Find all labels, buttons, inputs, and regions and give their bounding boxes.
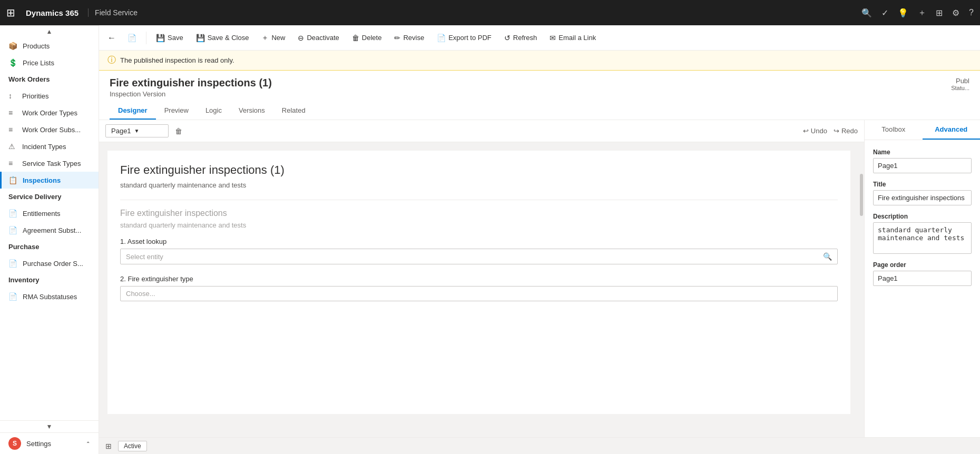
sidebar: ▲ 📦 Products 💲 Price Lists Work Orders ↕… [0, 25, 99, 454]
delete-page-icon[interactable]: 🗑 [173, 125, 184, 137]
redo-button[interactable]: ↪ Redo [834, 127, 858, 135]
sidebar-item-pricelists[interactable]: 💲 Price Lists [0, 54, 99, 71]
top-nav-right: 🔍 ✓ 💡 ＋ ⊞ ⚙ ? [861, 7, 974, 18]
refresh-button[interactable]: ↺ Refresh [499, 31, 543, 45]
priorities-icon: ↕ [8, 92, 17, 100]
settings-label: Settings [26, 440, 51, 448]
field-search-icon: 🔍 [823, 252, 832, 261]
prop-title-input[interactable] [873, 190, 972, 205]
sidebar-item-purchaseorders[interactable]: 📄 Purchase Order S... [0, 255, 99, 272]
published-label: Publ [951, 77, 969, 85]
page-select-label: Page1 [111, 127, 131, 135]
settings-chevron-icon: ⌃ [86, 441, 90, 447]
servicetasktypes-icon: ≡ [8, 159, 17, 167]
module-label: Field Service [88, 8, 138, 17]
field-fire-ext-type-input[interactable]: Choose... [120, 286, 838, 301]
sidebar-scroll-down[interactable]: ▼ [0, 420, 99, 432]
search-icon[interactable]: 🔍 [861, 8, 872, 18]
info-banner: ⓘ The published inspection is read only. [99, 51, 980, 71]
help-icon[interactable]: ? [969, 8, 974, 17]
canvas-inner[interactable]: Fire extinguisher inspections (1) standa… [99, 142, 859, 437]
filter-icon[interactable]: ⊞ [936, 8, 943, 18]
save-close-button[interactable]: 💾 Save & Close [191, 31, 254, 45]
tab-versions[interactable]: Versions [230, 102, 273, 120]
brand-label: Dynamics 365 [26, 8, 79, 17]
purchaseorders-icon: 📄 [8, 259, 17, 268]
sidebar-scroll-up[interactable]: ▲ [0, 25, 99, 37]
revise-button[interactable]: ✏ Revise [389, 31, 429, 45]
prop-page-order: Page order [873, 261, 972, 286]
sidebar-item-servicetasktypes[interactable]: ≡ Service Task Types [0, 155, 99, 172]
save-button[interactable]: 💾 Save [151, 31, 189, 45]
new-button[interactable]: ＋ New [256, 30, 290, 46]
refresh-label: Refresh [513, 34, 537, 42]
export-pdf-button[interactable]: 📄 Export to PDF [432, 31, 497, 45]
prop-name: Name [873, 149, 972, 173]
incidenttypes-icon: ⚠ [8, 142, 17, 151]
sidebar-item-label: RMA Substatuses [23, 293, 77, 301]
back-button[interactable]: ← [103, 30, 120, 46]
undo-icon: ↩ [803, 127, 809, 135]
email-link-label: Email a Link [558, 34, 596, 42]
sidebar-item-workordersubs[interactable]: ≡ Work Order Subs... [0, 121, 99, 138]
prop-page-order-input[interactable] [873, 271, 972, 286]
sidebar-item-agreementsubs[interactable]: 📄 Agreement Subst... [0, 222, 99, 239]
workorders-label: Work Orders [8, 75, 50, 83]
right-tab-toolbox[interactable]: Toolbox [865, 120, 923, 140]
content-area: ← 📄 💾 Save 💾 Save & Close ＋ New ⊖ Deacti… [99, 25, 980, 454]
field-asset-lookup-input[interactable]: Select entity 🔍 [120, 249, 838, 264]
settings-icon[interactable]: ⚙ [952, 8, 959, 18]
page-select-arrow-icon: ▼ [134, 128, 140, 134]
tab-logic[interactable]: Logic [197, 102, 230, 120]
export-pdf-label: Export to PDF [448, 34, 492, 42]
checkcircle-icon[interactable]: ✓ [881, 8, 888, 18]
prop-title: Title [873, 181, 972, 205]
main-layout: ▲ 📦 Products 💲 Price Lists Work Orders ↕… [0, 25, 980, 454]
tab-preview[interactable]: Preview [156, 102, 197, 120]
form-section-subdesc: standard quarterly maintenance and tests [120, 221, 838, 229]
email-link-icon: ✉ [550, 34, 556, 42]
tab-designer[interactable]: Designer [110, 102, 156, 120]
waffle-icon[interactable]: ⊞ [6, 6, 15, 19]
delete-button[interactable]: 🗑 Delete [347, 31, 387, 45]
entitlements-icon: 📄 [8, 209, 17, 218]
sidebar-item-rmasubstatuses[interactable]: 📄 RMA Substatuses [0, 288, 99, 305]
plus-icon[interactable]: ＋ [918, 7, 926, 18]
sidebar-item-workordertypes[interactable]: ≡ Work Order Types [0, 104, 99, 121]
expand-icon[interactable]: ⊞ [105, 442, 112, 450]
sidebar-item-products[interactable]: 📦 Products [0, 37, 99, 54]
record-subtitle: Inspection Version [110, 90, 969, 98]
deactivate-button[interactable]: ⊖ Deactivate [292, 31, 344, 45]
prop-description-input[interactable]: standard quarterly maintenance and tests [873, 222, 972, 254]
inventory-section-header[interactable]: Inventory [0, 272, 99, 288]
undo-button[interactable]: ↩ Undo [803, 127, 827, 135]
workordertypes-icon: ≡ [8, 108, 17, 117]
lightbulb-icon[interactable]: 💡 [898, 8, 908, 18]
purchase-section-header[interactable]: Purchase [0, 239, 99, 255]
status-badge[interactable]: Active [118, 441, 147, 451]
sidebar-item-incidenttypes[interactable]: ⚠ Incident Types [0, 138, 99, 155]
page-select-dropdown[interactable]: Page1 ▼ [105, 124, 169, 137]
prop-name-input[interactable] [873, 158, 972, 173]
workorders-section-header[interactable]: Work Orders [0, 71, 99, 87]
designer-toolbar: Page1 ▼ 🗑 ↩ Undo ↪ Redo [99, 120, 864, 142]
servicedelivery-section-header[interactable]: Service Delivery [0, 189, 99, 205]
select-entity-placeholder: Select entity [126, 253, 163, 261]
status-sub: Statu... [951, 85, 969, 91]
sidebar-item-inspections[interactable]: 📋 Inspections [0, 172, 99, 189]
right-tab-advanced[interactable]: Advanced [923, 120, 981, 140]
copy-button[interactable]: 📄 [122, 31, 142, 45]
sidebar-item-entitlements[interactable]: 📄 Entitlements [0, 205, 99, 222]
sidebar-item-label: Priorities [22, 92, 49, 100]
chevron-down-icon: ▼ [46, 423, 53, 430]
inspections-icon: 📋 [8, 176, 17, 184]
right-panel-tabs: Toolbox Advanced [865, 120, 980, 140]
sidebar-item-label: Products [23, 42, 50, 50]
record-header: Fire extinguisher inspections (1) Inspec… [99, 71, 980, 120]
tab-related[interactable]: Related [273, 102, 314, 120]
redo-icon: ↪ [834, 127, 839, 135]
email-link-button[interactable]: ✉ Email a Link [544, 31, 601, 45]
sidebar-item-priorities[interactable]: ↕ Priorities [0, 87, 99, 104]
canvas-scrollbar[interactable] [859, 142, 864, 437]
sidebar-item-settings[interactable]: S Settings ⌃ [0, 432, 99, 454]
